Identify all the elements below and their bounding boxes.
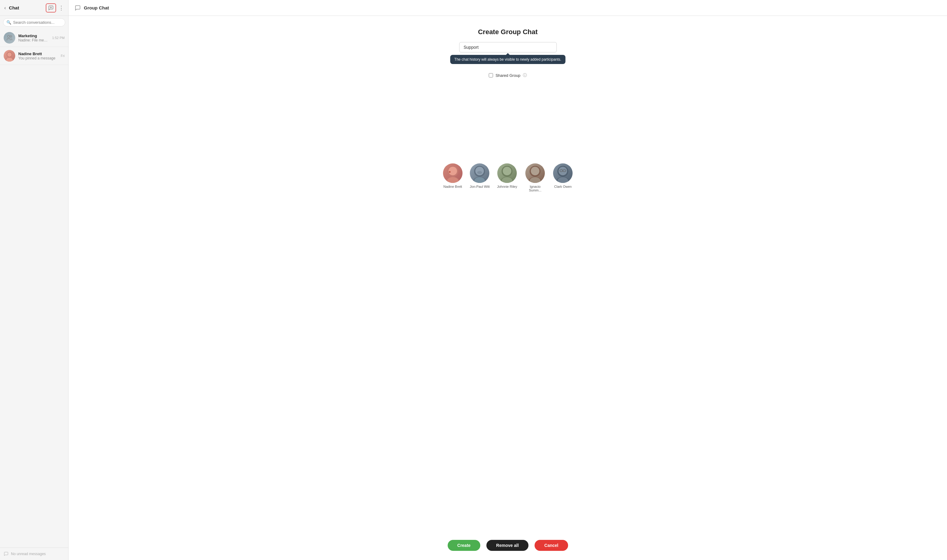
search-input[interactable]: [13, 20, 62, 25]
sidebar-header: ‹ Chat ⋮: [0, 0, 68, 16]
support-section: The chat history will always be visible …: [459, 42, 557, 52]
sidebar-footer: No unread messages: [0, 548, 68, 560]
main-header-title: Group Chat: [84, 5, 109, 10]
back-button[interactable]: ‹: [3, 4, 7, 12]
conv-name: Marketing: [18, 34, 49, 38]
remove-all-button[interactable]: Remove all: [486, 540, 528, 551]
info-icon[interactable]: ⓘ: [523, 72, 527, 78]
participant-name: Ignacio Summ...: [524, 185, 546, 192]
svg-point-24: [531, 167, 539, 175]
sidebar-header-left: ‹ Chat: [3, 4, 19, 12]
svg-point-2: [8, 35, 10, 37]
bottom-buttons: Create Remove all Cancel: [448, 540, 568, 551]
footer-text: No unread messages: [11, 552, 46, 556]
participant-name: Jon-Paul Witt: [470, 185, 490, 188]
svg-point-12: [449, 171, 451, 173]
conversation-item[interactable]: Marketing Nadine: File message 1:52 PM: [0, 29, 68, 47]
shared-group-checkbox[interactable]: [489, 73, 493, 77]
sidebar-title: Chat: [9, 5, 19, 10]
shared-group-row: Shared Group ⓘ: [489, 72, 527, 78]
clark-face: [553, 163, 573, 183]
sidebar-header-right: ⋮: [46, 3, 65, 12]
participant-item: Johnnie Riley: [497, 163, 517, 188]
search-input-wrapper: 🔍: [3, 18, 65, 26]
participant-avatar-ignacio: [525, 163, 545, 183]
shared-group-label: Shared Group: [496, 73, 520, 78]
participant-avatar-nadine: [443, 163, 462, 183]
create-button[interactable]: Create: [448, 540, 480, 551]
conv-preview: Nadine: File message: [18, 38, 49, 42]
compose-icon: [48, 5, 54, 11]
avatar: [4, 32, 15, 44]
chat-footer-icon: [4, 551, 9, 556]
ignacio-face: [525, 163, 545, 183]
participant-item: Nadine Brett: [443, 163, 462, 188]
conversation-list: Marketing Nadine: File message 1:52 PM N…: [0, 29, 68, 548]
group-name-input[interactable]: [459, 42, 557, 52]
sidebar: ‹ Chat ⋮ 🔍: [0, 0, 69, 560]
conv-info: Marketing Nadine: File message: [18, 34, 49, 42]
svg-point-3: [10, 36, 12, 37]
participant-avatar-jonpaul: [470, 163, 490, 183]
participant-avatar-clark: [553, 163, 573, 183]
chat-bubble-icon: [75, 5, 81, 11]
participant-item: Ignacio Summ...: [524, 163, 546, 192]
svg-point-10: [448, 167, 457, 175]
svg-point-20: [503, 167, 511, 175]
main-header: Group Chat: [69, 0, 947, 16]
svg-point-17: [477, 171, 482, 174]
search-icon: 🔍: [6, 20, 11, 25]
tooltip-box: The chat history will always be visible …: [450, 55, 565, 64]
group-icon: [6, 34, 13, 41]
search-bar: 🔍: [0, 16, 68, 29]
compose-button[interactable]: [46, 3, 56, 12]
cancel-button[interactable]: Cancel: [534, 540, 568, 551]
conv-time: Fri: [61, 54, 65, 58]
participant-name: Johnnie Riley: [497, 185, 517, 188]
participant-name: Clark Owen: [554, 185, 572, 188]
more-options-button[interactable]: ⋮: [57, 3, 65, 12]
conv-time: 1:52 PM: [52, 36, 65, 40]
create-group-area: Create Group Chat The chat history will …: [69, 16, 947, 560]
conv-preview: You pinned a message: [18, 56, 58, 60]
participants-row: Nadine Brett Jon-Paul Witt: [443, 163, 573, 192]
svg-point-6: [7, 52, 12, 57]
main-content: Group Chat Create Group Chat The chat hi…: [69, 0, 947, 560]
jonpaul-face: [470, 163, 490, 183]
conv-name: Nadine Brett: [18, 52, 58, 56]
conv-info: Nadine Brett You pinned a message: [18, 52, 58, 60]
johnnie-face: [497, 163, 517, 183]
nadine-avatar-img: [4, 50, 15, 62]
avatar: [4, 50, 15, 62]
create-group-title: Create Group Chat: [478, 28, 538, 36]
participant-item: Jon-Paul Witt: [470, 163, 490, 188]
support-input-wrapper: [459, 42, 557, 52]
participant-avatar-johnnie: [497, 163, 517, 183]
participant-name: Nadine Brett: [443, 185, 462, 188]
participant-item: Clark Owen: [553, 163, 573, 188]
nadine-face: [443, 163, 462, 183]
conversation-item[interactable]: Nadine Brett You pinned a message Fri: [0, 47, 68, 65]
